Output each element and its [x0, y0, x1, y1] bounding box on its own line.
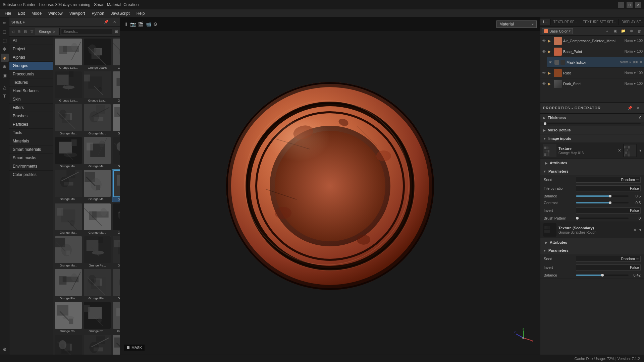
- shelf-nav-tools[interactable]: Tools: [9, 129, 53, 137]
- thumbnail-item[interactable]: Grunge Ma...: [54, 203, 83, 235]
- shelf-nav-particles[interactable]: Particles: [9, 120, 53, 129]
- shelf-nav-smart-masks[interactable]: Smart masks: [9, 154, 53, 162]
- thumbnail-item[interactable]: Grunge Pa...: [83, 236, 111, 268]
- menu-python[interactable]: Python: [88, 10, 107, 16]
- thumbnail-item[interactable]: Grunge Ma...: [83, 136, 111, 169]
- layer-add-paint-layer[interactable]: +: [604, 28, 610, 35]
- layer-visibility-icon[interactable]: 👁: [542, 39, 546, 43]
- thumbnail-item[interactable]: Grunge Ma...: [83, 169, 111, 202]
- thumbnail-item[interactable]: Grunge Ma...: [112, 104, 120, 136]
- shelf-nav-hard-surfaces[interactable]: Hard Surfaces: [9, 87, 53, 95]
- thumbnail-item[interactable]: Grunge Ma...: [112, 169, 120, 202]
- thumbnail-item[interactable]: Grunge Ma...: [112, 136, 120, 169]
- invert-field[interactable]: False: [576, 207, 641, 214]
- thumbnail-item[interactable]: Grunge Ma...: [83, 203, 111, 235]
- menu-file[interactable]: File: [1, 10, 14, 16]
- layer-visibility-icon[interactable]: 👁: [542, 49, 546, 54]
- micro-details-header[interactable]: ▶ Micro Details: [540, 126, 644, 134]
- tool-paint[interactable]: ✏: [1, 19, 9, 27]
- tool-clone[interactable]: ⊕: [1, 62, 9, 70]
- thumbnail-item[interactable]: Grunge Pla...: [54, 268, 83, 301]
- thumbnail-item[interactable]: Grunge Pla...: [83, 268, 111, 301]
- tool-settings[interactable]: ⚙: [1, 345, 9, 353]
- secondary-parameters-header[interactable]: ▼ Parameters: [540, 246, 644, 254]
- layer-item-mask[interactable]: 👁 Mask Editor Norm ▾ 100 ✕: [547, 57, 644, 68]
- texture-expand-icon[interactable]: ▾: [639, 148, 641, 153]
- right-tab-texture-set[interactable]: TEXTURE SE...: [551, 19, 580, 25]
- thickness-slider[interactable]: [544, 123, 641, 124]
- shelf-grid-view[interactable]: ⊞: [113, 28, 120, 35]
- layer-item[interactable]: 👁 ▶ Dark_Steel Norm ▾ 100: [540, 78, 644, 89]
- menu-help[interactable]: Help: [133, 10, 148, 16]
- tool-fill[interactable]: ▣: [1, 71, 9, 79]
- shelf-nav-grunges[interactable]: Grunges: [9, 62, 53, 70]
- layer-visibility-icon[interactable]: 👁: [548, 60, 553, 65]
- base-color-selector[interactable]: Base Color ▾: [542, 28, 573, 34]
- shelf-tab-grunge[interactable]: Grunge ✕: [35, 28, 60, 35]
- thumbnail-item[interactable]: Grunge Ro...: [83, 301, 111, 334]
- thumbnail-item[interactable]: Grunge Ma...: [112, 203, 120, 235]
- shelf-pin-button[interactable]: 📌: [103, 19, 110, 25]
- tool-selection[interactable]: ⬚: [1, 36, 9, 44]
- menu-window[interactable]: Window: [45, 10, 66, 16]
- thumbnail-item[interactable]: Grunge Rus...: [112, 301, 120, 334]
- attributes-header[interactable]: ▶ Attributes: [540, 159, 644, 167]
- shelf-nav-procedurals[interactable]: Procedurals: [9, 70, 53, 78]
- viewport-pause-icon[interactable]: ⏸: [123, 21, 128, 27]
- thumbnail-item[interactable]: Grunge Scr...: [83, 334, 111, 355]
- layer-add-folder[interactable]: 📁: [620, 28, 627, 35]
- material-dropdown[interactable]: Material ▾: [496, 20, 537, 28]
- maximize-button[interactable]: □: [627, 2, 633, 8]
- tile-by-ratio-field[interactable]: False: [576, 185, 641, 191]
- viewport-render-icon[interactable]: 🎬: [138, 21, 144, 27]
- shelf-nav-skin[interactable]: Skin: [9, 95, 53, 104]
- thumbnail-item[interactable]: Grunge Lea...: [54, 71, 83, 103]
- layer-visibility-icon[interactable]: 👁: [542, 81, 546, 86]
- contrast-slider[interactable]: [576, 202, 629, 203]
- texture-secondary-remove-button[interactable]: ✕: [633, 228, 637, 232]
- props-pin-button[interactable]: 📌: [627, 105, 633, 111]
- layer-blend-mode[interactable]: Norm: [625, 71, 633, 75]
- tool-smudge[interactable]: ◈: [1, 54, 9, 62]
- texture-remove-button[interactable]: ✕: [618, 148, 621, 153]
- viewport-canvas[interactable]: [120, 17, 540, 355]
- secondary-balance-slider[interactable]: [576, 275, 629, 276]
- seed-field[interactable]: Random ✏: [576, 177, 641, 183]
- layer-item[interactable]: 👁 ▶ Air_Compressor_Painted_Metal Norm ▾ …: [540, 36, 644, 46]
- menu-edit[interactable]: Edit: [14, 10, 28, 16]
- minimize-button[interactable]: ─: [618, 2, 624, 8]
- thickness-header[interactable]: ▶ Thickness 0: [540, 114, 644, 122]
- shelf-nav-back[interactable]: ◁: [9, 28, 16, 35]
- menu-viewport[interactable]: Viewport: [66, 10, 88, 16]
- balance-slider[interactable]: [576, 195, 629, 197]
- layer-add-fill-layer[interactable]: ▣: [612, 28, 619, 35]
- layer-blend-mode[interactable]: Norm: [625, 82, 633, 85]
- layer-blend-mode[interactable]: Norm: [625, 39, 633, 43]
- shelf-nav-grid[interactable]: ⊞: [16, 28, 22, 35]
- thumbnail-item[interactable]: Grunge Lea...: [83, 71, 111, 103]
- thumbnail-item[interactable]: Grunge Ma...: [54, 236, 83, 268]
- viewport-settings-icon[interactable]: ⚙: [153, 21, 158, 27]
- thumbnail-item[interactable]: Grunge Ma...: [54, 104, 83, 136]
- layer-close-icon[interactable]: ✕: [639, 60, 643, 65]
- right-tab-display[interactable]: DISPLAY SE...: [619, 19, 644, 25]
- tool-transform[interactable]: ✥: [1, 45, 9, 53]
- shelf-filter[interactable]: ▽: [29, 28, 35, 35]
- thumbnail-item[interactable]: Grunge Ma...: [54, 169, 83, 202]
- thumbnail-item[interactable]: Grunge Scr...: [112, 334, 120, 355]
- thumbnail-item[interactable]: Grunge Ma...: [112, 71, 120, 103]
- layer-duplicate[interactable]: ⊕: [628, 28, 635, 35]
- thumbnail-item[interactable]: Grunge Ma...: [112, 38, 120, 70]
- shelf-nav-textures[interactable]: Textures: [9, 78, 53, 87]
- shelf-tab-close[interactable]: ✕: [53, 30, 55, 34]
- shelf-nav-project[interactable]: Project: [9, 45, 53, 53]
- viewport-camera-icon[interactable]: 📹: [146, 21, 151, 27]
- thumbnail-item[interactable]: Grunge Rock: [112, 268, 120, 301]
- secondary-seed-field[interactable]: Random ✏: [576, 256, 641, 262]
- shelf-nav-filters[interactable]: Filters: [9, 104, 53, 112]
- texture-secondary-expand-icon[interactable]: ▾: [639, 228, 641, 232]
- shelf-nav-environments[interactable]: Environments: [9, 162, 53, 171]
- tool-eraser[interactable]: ◻: [1, 27, 9, 36]
- shelf-nav-list[interactable]: ⊟: [22, 28, 29, 35]
- thumbnail-item[interactable]: Grunge Ma...: [83, 104, 111, 136]
